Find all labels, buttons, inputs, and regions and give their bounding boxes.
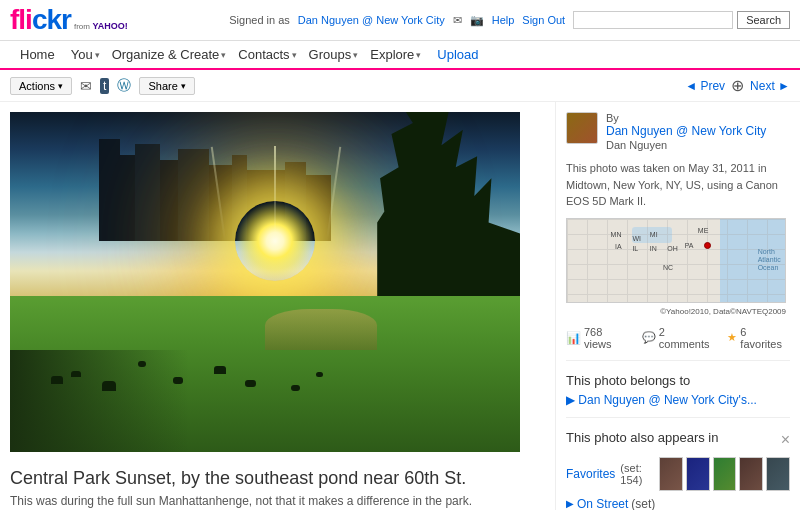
sign-out-link[interactable]: Sign Out — [522, 14, 565, 26]
nav-upload[interactable]: Upload — [427, 41, 488, 68]
nav-groups[interactable]: Groups ▾ — [303, 41, 365, 68]
user-account-link[interactable]: Dan Nguyen @ New York City — [298, 14, 445, 26]
signed-in-text: Signed in as — [229, 14, 290, 26]
logo-fli: fli — [10, 4, 32, 35]
zoom-icon[interactable]: ⊕ — [731, 76, 744, 95]
belongs-link[interactable]: ▶ Dan Nguyen @ New York City's... — [566, 393, 757, 407]
person-6 — [214, 366, 226, 374]
comments-count: 2 comments — [659, 326, 718, 350]
search-input[interactable] — [573, 11, 733, 29]
by-label: By — [606, 112, 766, 124]
tumblr-share-icon[interactable]: t — [100, 78, 109, 94]
on-street-arrow: ▶ — [566, 498, 574, 509]
map-grid — [567, 219, 785, 302]
actions-arrow: ▾ — [58, 81, 63, 91]
photo-caption: Central Park Sunset, by the southeast po… — [10, 452, 545, 510]
photo-section: Central Park Sunset, by the southeast po… — [0, 102, 555, 510]
on-street-set-item: ▶ On Street (set) — [566, 497, 790, 511]
author-name-link[interactable]: Dan Nguyen @ New York City — [606, 124, 766, 138]
map-label-me: ME — [698, 227, 709, 234]
favorites-thumb-2[interactable] — [686, 457, 710, 491]
person-5 — [173, 377, 183, 384]
map-label-ocean: NorthAtlanticOcean — [758, 248, 781, 273]
favorites-set-count: (set: 154) — [620, 462, 652, 486]
next-button[interactable]: Next ► — [750, 79, 790, 93]
favorites-bar: Favorites (set: 154) — [566, 457, 790, 491]
yahoo-tag: from YAHOO! — [74, 21, 128, 31]
map-label-nc: NC — [663, 264, 673, 271]
person-2 — [71, 371, 81, 377]
person-4 — [138, 361, 146, 367]
favorites-thumb-4[interactable] — [739, 457, 763, 491]
photo-container — [10, 112, 520, 452]
stats-bar: 📊 768 views 💬 2 comments ★ 6 favorites — [566, 326, 790, 361]
map-background: MN WI MI ME IA IL IN OH PA NC NorthAtlan… — [567, 219, 785, 302]
search-area: Search — [573, 11, 790, 29]
on-street-link[interactable]: On Street — [577, 497, 628, 511]
favorites-thumb-3[interactable] — [713, 457, 737, 491]
favorites-thumb-1[interactable] — [659, 457, 683, 491]
views-stat: 📊 768 views — [566, 326, 632, 350]
logo-area: flickr from YAHOO! — [10, 4, 128, 36]
search-button[interactable]: Search — [737, 11, 790, 29]
sidebar: By Dan Nguyen @ New York City Dan Nguyen… — [555, 102, 800, 510]
help-link[interactable]: Help — [492, 14, 515, 26]
mail-share-icon[interactable]: ✉ — [80, 78, 92, 94]
prev-button[interactable]: ◄ Prev — [685, 79, 725, 93]
share-button[interactable]: Share ▾ — [139, 77, 194, 95]
map-label-wi: WI — [632, 235, 641, 242]
logo-ckr: ckr — [32, 4, 71, 35]
photo-image — [10, 112, 520, 452]
appears-header: This photo also appears in × — [566, 430, 790, 451]
person-8 — [316, 372, 323, 377]
nav-home[interactable]: Home — [10, 41, 65, 68]
share-arrow: ▾ — [181, 81, 186, 91]
map-label-mn: MN — [611, 231, 622, 238]
author-sub: Dan Nguyen — [606, 139, 667, 151]
mail-icon: ✉ — [453, 14, 462, 27]
author-avatar — [566, 112, 598, 144]
nav-explore[interactable]: Explore ▾ — [364, 41, 427, 68]
top-bar: flickr from YAHOO! Signed in as Dan Nguy… — [0, 0, 800, 41]
sun-rays — [274, 146, 276, 241]
wordpress-share-icon[interactable]: Ⓦ — [117, 77, 131, 95]
water-reflection — [265, 309, 377, 350]
author-info: By Dan Nguyen @ New York City Dan Nguyen — [606, 112, 766, 152]
comments-stat: 💬 2 comments — [642, 326, 718, 350]
actions-button[interactable]: Actions ▾ — [10, 77, 72, 95]
appears-title: This photo also appears in — [566, 430, 718, 445]
person-3 — [102, 381, 116, 391]
yahoo-brand: YAHOO! — [92, 21, 127, 31]
views-count: 768 views — [584, 326, 632, 350]
author-section: By Dan Nguyen @ New York City Dan Nguyen — [566, 112, 790, 152]
belongs-section: This photo belongs to ▶ Dan Nguyen @ New… — [566, 373, 790, 418]
photo-meta: This photo was taken on May 31, 2011 in … — [566, 160, 790, 210]
favorites-stat: ★ 6 favorites — [727, 326, 790, 350]
map-container[interactable]: MN WI MI ME IA IL IN OH PA NC NorthAtlan… — [566, 218, 786, 303]
top-right-nav: Signed in as Dan Nguyen @ New York City … — [229, 11, 790, 29]
person-9 — [245, 380, 256, 387]
person-7 — [291, 385, 300, 391]
map-label-ia: IA — [615, 243, 622, 250]
photo-description: This was during the full sun Manhattanhe… — [10, 494, 545, 508]
map-label-oh: OH — [667, 245, 678, 252]
comments-icon: 💬 — [642, 331, 656, 344]
photo-title: Central Park Sunset, by the southeast po… — [10, 468, 545, 489]
main-content: Central Park Sunset, by the southeast po… — [0, 102, 800, 510]
nav-contacts[interactable]: Contacts ▾ — [232, 41, 302, 68]
views-icon: 📊 — [566, 331, 581, 345]
action-bar: Actions ▾ ✉ t Ⓦ Share ▾ ◄ Prev ⊕ Next ► — [0, 70, 800, 102]
map-label-in: IN — [650, 245, 657, 252]
appears-close-button[interactable]: × — [781, 432, 790, 448]
nav-you[interactable]: You ▾ — [65, 41, 106, 68]
favorites-thumb-5[interactable] — [766, 457, 790, 491]
you-dropdown-arrow: ▾ — [95, 50, 100, 60]
nav-organize[interactable]: Organize & Create ▾ — [106, 41, 233, 68]
belongs-title: This photo belongs to — [566, 373, 790, 388]
map-copyright: ©Yahoo!2010, Data©NAVTEQ2009 — [566, 307, 786, 316]
nav-bar: Home You ▾ Organize & Create ▾ Contacts … — [0, 41, 800, 70]
flickr-logo: flickr — [10, 4, 71, 36]
favorites-star-icon: ★ — [727, 331, 737, 344]
map-label-mi: MI — [650, 231, 658, 238]
favorites-label-link[interactable]: Favorites — [566, 467, 615, 481]
